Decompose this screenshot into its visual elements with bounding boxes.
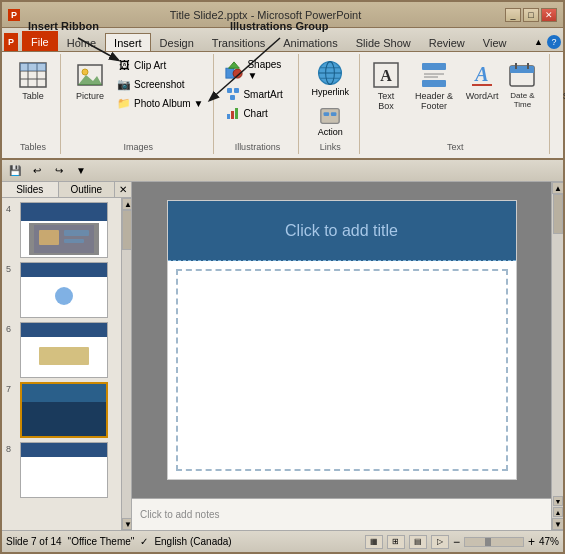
- view-normal-button[interactable]: ▦: [365, 535, 383, 549]
- ppt-logo[interactable]: P: [4, 33, 18, 51]
- notes-area[interactable]: Click to add notes: [132, 498, 551, 530]
- clip-art-label: Clip Art: [134, 60, 166, 71]
- quick-access-toolbar: 💾 ↩ ↪ ▼: [2, 160, 563, 182]
- content-area: Click to add title Click to add notes: [132, 182, 551, 530]
- view-reading-button[interactable]: ▤: [409, 535, 427, 549]
- right-scroll-down-arrow[interactable]: ▼: [552, 518, 563, 530]
- tab-home[interactable]: Home: [58, 33, 105, 51]
- svg-rect-12: [227, 88, 232, 93]
- zoom-in-button[interactable]: +: [528, 535, 535, 549]
- scroll-down-arrow[interactable]: ▼: [122, 518, 131, 530]
- zoom-slider[interactable]: [464, 537, 524, 547]
- right-scroll-track[interactable]: [552, 194, 563, 495]
- prev-slide-button[interactable]: ▲: [553, 507, 563, 517]
- action-button[interactable]: Action: [314, 102, 347, 140]
- picture-button[interactable]: Picture: [69, 56, 111, 104]
- right-scrollbar[interactable]: ▲ ▼ ▲ ▼: [551, 182, 563, 530]
- save-button[interactable]: 💾: [6, 162, 24, 180]
- slide-item-5[interactable]: 5: [6, 262, 117, 318]
- slide-item-7[interactable]: 7: [6, 382, 117, 438]
- slide-thumb-7[interactable]: [20, 382, 108, 438]
- header-footer-icon: [418, 59, 450, 91]
- slide-panel-scrollbar[interactable]: ▲ ▼: [121, 198, 131, 530]
- minimize-button[interactable]: _: [505, 8, 521, 22]
- restore-button[interactable]: □: [523, 8, 539, 22]
- svg-rect-15: [227, 114, 230, 119]
- photo-album-button[interactable]: 📁 Photo Album ▼: [113, 94, 207, 112]
- language-info: English (Canada): [154, 536, 231, 547]
- scroll-track[interactable]: [122, 210, 131, 518]
- shapes-label: Shapes ▼: [247, 59, 289, 81]
- smartart-button[interactable]: SmartArt: [222, 85, 292, 103]
- symbols-button[interactable]: Ω Symbols: [558, 56, 565, 104]
- ribbon-group-links: Hyperlink Action Links: [301, 54, 360, 154]
- wordart-button[interactable]: A WordArt: [464, 56, 500, 104]
- right-scroll-thumb[interactable]: [553, 194, 563, 234]
- slide-body[interactable]: [176, 269, 508, 471]
- text-group-label: Text: [447, 140, 464, 152]
- illustrations-group-label: Illustrations: [235, 140, 281, 152]
- right-scroll-up-arrow[interactable]: ▲: [552, 182, 563, 194]
- shapes-button[interactable]: Shapes ▼: [222, 56, 292, 84]
- slide-thumb-4[interactable]: [20, 202, 108, 258]
- slide-item-8[interactable]: 8: [6, 442, 117, 498]
- tab-file[interactable]: File: [22, 31, 58, 51]
- zoom-level: 47%: [539, 536, 559, 547]
- clip-art-button[interactable]: 🖼 Clip Art: [113, 56, 207, 74]
- status-left: Slide 7 of 14 "Office Theme" ✓ English (…: [6, 536, 232, 547]
- theme-info: "Office Theme": [68, 536, 135, 547]
- slide-item-4[interactable]: 4: [6, 202, 117, 258]
- help-button[interactable]: ?: [547, 35, 561, 49]
- view-slide-sorter-button[interactable]: ⊞: [387, 535, 405, 549]
- tab-outline[interactable]: Outline: [59, 182, 116, 197]
- tab-review[interactable]: Review: [420, 33, 474, 51]
- slide-num-7: 7: [6, 384, 16, 394]
- next-slide-button[interactable]: ▼: [553, 496, 563, 506]
- date-time-button[interactable]: Date & Time: [502, 56, 543, 112]
- screenshot-label: Screenshot: [134, 79, 185, 90]
- scroll-up-arrow[interactable]: ▲: [122, 198, 131, 210]
- slide-info: Slide 7 of 14: [6, 536, 62, 547]
- zoom-out-button[interactable]: −: [453, 535, 460, 549]
- tab-insert[interactable]: Insert: [105, 33, 151, 51]
- table-button[interactable]: Table: [12, 56, 54, 104]
- scroll-thumb[interactable]: [122, 210, 131, 250]
- slide-item-6[interactable]: 6: [6, 322, 117, 378]
- smartart-icon: [226, 87, 240, 101]
- chart-button[interactable]: Chart: [222, 104, 292, 122]
- window-controls: _ □ ✕: [505, 8, 557, 22]
- slide-thumb-8[interactable]: [20, 442, 108, 498]
- slide-panel: Slides Outline ✕ 4: [2, 182, 132, 530]
- close-button[interactable]: ✕: [541, 8, 557, 22]
- slide-thumb-6[interactable]: [20, 322, 108, 378]
- images-small-group: 🖼 Clip Art 📷 Screenshot 📁 Photo Album ▼: [113, 56, 207, 112]
- slide-thumb-5[interactable]: [20, 262, 108, 318]
- hyperlink-button[interactable]: Hyperlink: [307, 56, 353, 100]
- tab-design[interactable]: Design: [151, 33, 203, 51]
- panel-close-button[interactable]: ✕: [115, 182, 131, 197]
- tab-transitions[interactable]: Transitions: [203, 33, 274, 51]
- textbox-label: Text Box: [373, 91, 399, 111]
- zoom-slider-thumb[interactable]: [485, 538, 491, 546]
- tab-slideshow[interactable]: Slide Show: [347, 33, 420, 51]
- slide-title-area[interactable]: Click to add title: [168, 201, 516, 261]
- quick-access-menu-button[interactable]: ▼: [72, 162, 90, 180]
- screenshot-button[interactable]: 📷 Screenshot: [113, 75, 207, 93]
- header-footer-button[interactable]: Header & Footer: [406, 56, 462, 114]
- shapes-icon: [225, 60, 243, 80]
- undo-button[interactable]: ↩: [28, 162, 46, 180]
- ribbon-tab-bar: P File Home Insert Design Transitions An…: [2, 28, 563, 52]
- tab-animations[interactable]: Animations: [274, 33, 346, 51]
- ribbon-collapse-button[interactable]: ▲: [534, 37, 543, 47]
- tab-slides[interactable]: Slides: [2, 182, 59, 197]
- tab-view[interactable]: View: [474, 33, 516, 51]
- redo-button[interactable]: ↪: [50, 162, 68, 180]
- svg-rect-45: [39, 230, 59, 245]
- view-slideshow-button[interactable]: ▷: [431, 535, 449, 549]
- photo-album-label: Photo Album ▼: [134, 98, 203, 109]
- ribbon-group-symbols: Ω Symbols: [552, 54, 565, 154]
- svg-point-10: [233, 69, 242, 78]
- textbox-button[interactable]: A Text Box: [368, 56, 404, 114]
- slide-canvas-area[interactable]: Click to add title: [132, 182, 551, 498]
- status-right: ▦ ⊞ ▤ ▷ − + 47%: [365, 535, 559, 549]
